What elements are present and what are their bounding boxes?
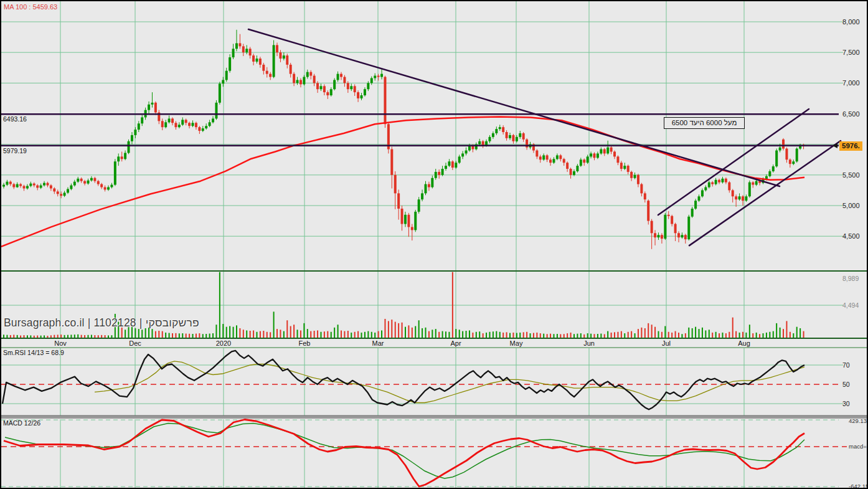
candle-body — [57, 191, 59, 194]
candle-body — [340, 74, 342, 77]
macd-axis-label: macd= — [849, 443, 867, 450]
candle-body — [401, 209, 403, 224]
candle-body — [704, 188, 707, 191]
candle-body — [768, 171, 771, 176]
candle-body — [232, 49, 235, 57]
candle-body — [563, 159, 565, 163]
candle-body — [23, 186, 26, 189]
candle-body — [677, 233, 680, 237]
candle-body — [661, 235, 663, 239]
candle-body — [522, 133, 525, 140]
candle-body — [154, 103, 157, 113]
candle-body — [40, 186, 42, 188]
candle-body — [445, 166, 447, 169]
candle-body — [283, 55, 285, 59]
candle-body — [138, 123, 140, 130]
candle-body — [687, 217, 690, 239]
candle-body — [735, 196, 737, 199]
candle-body — [198, 127, 200, 131]
candle-body — [535, 151, 538, 157]
candle-body — [357, 92, 359, 98]
candle-body — [121, 156, 123, 159]
candle-body — [174, 123, 177, 127]
rsi-panel-lines — [1, 351, 843, 410]
price-axis-label: 5,000 — [842, 202, 860, 209]
month-axis-label: Jun — [583, 339, 595, 347]
candle-body — [33, 184, 35, 186]
candle-body — [752, 183, 754, 185]
candle-body — [134, 130, 136, 135]
candle-body — [748, 183, 751, 197]
candle-body — [178, 125, 181, 127]
candle-body — [461, 153, 464, 156]
candle-body — [519, 133, 521, 137]
candle-body — [6, 182, 8, 185]
candle-body — [87, 181, 90, 184]
candle-body — [668, 215, 670, 216]
candle-body — [347, 83, 349, 89]
chart-canvas[interactable]: 8,0007,5007,0006,5006,0005,5005,0004,500… — [1, 1, 868, 489]
candle-body — [215, 103, 217, 119]
price-axis-label: 8,000 — [842, 18, 860, 26]
candle-body — [488, 137, 491, 141]
candle-body — [438, 172, 440, 175]
candle-body — [613, 151, 616, 156]
candle-body — [212, 118, 214, 122]
candle-body — [326, 92, 329, 95]
candle-body — [725, 179, 727, 183]
candle-body — [556, 155, 559, 159]
candle-body — [623, 166, 626, 169]
candle-body — [266, 71, 268, 74]
candle-body — [674, 224, 677, 234]
candle-body — [593, 153, 596, 158]
price-axis-label: 5,500 — [842, 171, 860, 179]
candle-body — [235, 43, 238, 49]
candle-body — [333, 80, 336, 89]
candle-body — [104, 188, 106, 190]
candle-body — [256, 59, 258, 62]
rsi-axis-label: 70 — [842, 361, 850, 369]
candle-body — [418, 199, 420, 212]
candle-body — [384, 77, 386, 125]
candle-body — [80, 179, 83, 181]
candle-body — [708, 183, 710, 188]
candle-body — [657, 235, 659, 237]
candle-body — [630, 172, 633, 178]
candle-body — [742, 196, 744, 201]
candle-body — [259, 59, 262, 65]
candle-body — [603, 150, 606, 154]
candle-body — [651, 221, 653, 234]
target-annotation-box[interactable]: מעל 6000 היעד 6500 — [664, 117, 745, 129]
candle-body — [698, 196, 701, 201]
candle-body — [83, 181, 86, 184]
candle-body — [499, 127, 501, 129]
candle-body — [441, 169, 444, 175]
candle-body — [796, 149, 798, 162]
candle-body — [73, 182, 76, 186]
candle-body — [671, 216, 673, 224]
candle-body — [552, 159, 555, 163]
candle-body — [597, 153, 599, 158]
chart-window: 8,0007,5007,0006,5006,0005,5005,0004,500… — [0, 0, 868, 489]
rsi-axis-label: 50 — [842, 381, 850, 388]
candle-body — [205, 126, 207, 128]
candle-body — [53, 188, 55, 191]
candle-body — [242, 46, 245, 52]
candle-body — [36, 186, 39, 188]
candle-body — [478, 141, 481, 145]
candle-body — [411, 227, 413, 230]
candle-body — [93, 178, 96, 181]
candle-body — [715, 180, 717, 184]
candle-body — [428, 184, 430, 188]
candle-body — [188, 123, 191, 126]
month-axis-label: Mar — [372, 339, 384, 347]
candle-body — [775, 151, 778, 167]
candle-body — [114, 161, 116, 184]
macd-panel-lines — [1, 420, 847, 487]
trendlines[interactable] — [1, 29, 841, 245]
candle-body — [782, 140, 785, 149]
candle-body — [792, 161, 795, 164]
candle-body — [779, 148, 781, 151]
candle-body — [580, 159, 582, 166]
candle-body — [222, 80, 224, 83]
